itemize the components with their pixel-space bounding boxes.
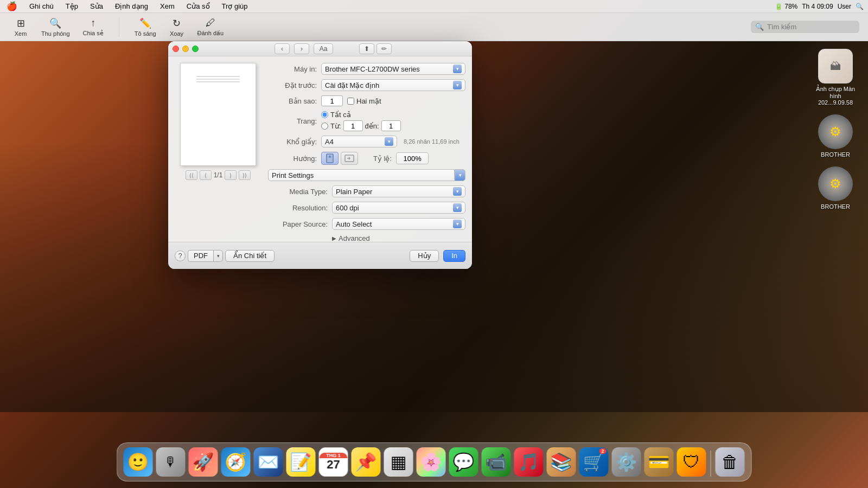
brother-cd-icon-1 [818,114,853,149]
range-inputs: Từ: đến: [330,120,401,131]
markup-icon: 🖊 [203,17,218,29]
duplex-label: Hai mặt [356,97,381,105]
toolbar-chiase-label: Chia sẻ [83,30,104,37]
dialog-forward-btn[interactable]: › [294,43,309,54]
toolbar-search[interactable]: 🔍 [751,21,859,33]
paper-source-select[interactable]: Auto Select ▾ [332,218,465,230]
copies-label: Bản sao: [268,97,317,105]
orientation-label: Hướng: [268,155,317,163]
preset-select[interactable]: Cài đặt Mặc định ▾ [321,79,465,91]
copies-input[interactable] [321,95,343,106]
printer-value: Brother MFC-L2700DW series [325,65,420,73]
dock-icon-trash[interactable]: 🗑 [716,447,745,477]
dock-icon-photos[interactable]: 🌸 [417,447,446,477]
preview-panel: ⟨⟨ ⟨ 1/1 ⟩ ⟩⟩ [175,63,261,235]
pdf-button-group: PDF ▾ [188,250,223,262]
preview-page [180,63,256,166]
prev-last-btn[interactable]: ⟩⟩ [239,170,251,180]
dialog-font-btn[interactable]: Aa [314,43,333,54]
dock-icon-stickies[interactable]: 📌 [352,447,381,477]
dock-icon-siri[interactable]: 🎙 [156,447,186,477]
prev-prev-btn[interactable]: ⟨ [200,170,212,180]
advanced-link[interactable]: ▶ Advanced [332,234,370,242]
show-details-button[interactable]: Ẩn Chi tiết [225,250,275,262]
resolution-select[interactable]: 600 dpi ▾ [332,202,465,214]
dock-icon-appstore[interactable]: 🛒 2 [579,447,609,477]
pages-to-input[interactable] [381,120,401,131]
dock-icon-freeform[interactable]: ▦ [384,447,413,477]
duplex-checkbox[interactable] [347,98,354,105]
dock-icon-facetime[interactable]: 📹 [482,447,511,477]
search-icon[interactable]: 🔍 [856,3,864,10]
dock-icon-safari[interactable]: 🧭 [221,447,251,477]
dialog-back-btn[interactable]: ‹ [275,43,290,54]
zoom-button[interactable] [192,46,199,52]
toolbar-danh-dau-label: Đánh dấu [197,30,224,37]
desktop-icon-brother1[interactable]: BROTHER [814,114,857,158]
help-button[interactable]: ? [175,251,186,261]
cancel-button[interactable]: Hủy [410,250,439,262]
paper-select[interactable]: A4 ▾ [321,136,397,147]
dock-icon-keychain[interactable]: 💳 [644,447,674,477]
dock-icon-mail[interactable]: ✉️ [254,447,283,477]
dock-icon-calendar[interactable]: THG 1 27 [319,447,348,477]
desktop: 🍎 Ghi chú Tệp Sửa Định dạng Xem Cửa sổ T… [0,0,868,488]
landscape-btn[interactable] [341,152,358,165]
brother-label-1: BROTHER [821,151,850,158]
dock-icon-messages[interactable]: 💬 [449,447,478,477]
pages-row: Trang: Tất cả Từ: đến: [268,111,465,131]
dock-separator [711,451,711,477]
media-type-arrow: ▾ [453,187,462,196]
dock-icon-norton[interactable]: 🛡 [677,447,706,477]
print-button[interactable]: In [443,250,465,262]
menubar-ghi-chu[interactable]: Ghi chú [27,2,56,10]
pdf-arrow-btn[interactable]: ▾ [213,250,223,262]
pdf-main-btn[interactable]: PDF [188,250,213,262]
scale-input[interactable]: 100% [396,152,429,164]
menubar-xem[interactable]: Xem [158,2,177,10]
dock-icon-notes[interactable]: 📝 [286,447,316,477]
printer-label: Máy in: [268,65,317,73]
menubar-cua-so[interactable]: Cửa sổ [184,2,212,10]
pages-all-radio[interactable] [321,111,328,118]
dialog-titlebar: ‹ › Aa ⬆ ✏ [168,41,472,56]
dialog-edit-btn[interactable]: ✏ [376,43,392,54]
menubar: 🍎 Ghi chú Tệp Sửa Định dạng Xem Cửa sổ T… [0,0,868,13]
desktop-icon-brother2[interactable]: BROTHER [814,166,857,210]
toolbar-rotate-btn[interactable]: ↻ Xoay [165,15,189,39]
menubar-tep[interactable]: Tệp [63,2,80,10]
dialog-share-btn[interactable]: ⬆ [359,43,374,54]
dock-icon-prefs[interactable]: ⚙️ [612,447,641,477]
dock-icon-launchpad[interactable]: 🚀 [189,447,218,477]
prev-next-btn[interactable]: ⟩ [225,170,237,180]
minimize-button[interactable] [182,46,189,52]
menubar-tro-giup[interactable]: Trợ giúp [220,2,250,10]
toolbar-highlight-btn[interactable]: ✏️ Tô sáng [130,15,161,39]
pages-from-input[interactable] [343,120,363,131]
paper-value: A4 [325,138,334,146]
prev-first-btn[interactable]: ⟨⟨ [186,170,197,180]
pages-range-radio[interactable] [321,123,328,130]
toolbar-share-btn[interactable]: ↑ Chia sẻ [79,15,108,39]
toolbar-xoay-label: Xoay [170,30,183,37]
dock-icon-finder[interactable]: 🙂 [124,447,153,477]
close-button[interactable] [173,46,179,52]
menubar-dinh-dang[interactable]: Định dạng [113,2,150,10]
toolbar-markup-btn[interactable]: 🖊 Đánh dấu [193,15,228,39]
advanced-label: Advanced [339,234,370,242]
media-type-select[interactable]: Plain Paper ▾ [332,185,465,197]
menubar-sua[interactable]: Sửa [88,2,105,10]
printer-select[interactable]: Brother MFC-L2700DW series ▾ [321,63,465,75]
footer-right: Hủy In [410,250,465,262]
search-input[interactable] [767,23,854,31]
toolbar-zoom-btn[interactable]: 🔍 Thu phóng [37,15,74,39]
toolbar-view-btn[interactable]: ⊞ Xem [9,15,33,39]
desktop-icon-screenshot[interactable]: 🏔 Ảnh chụp Mànhình 202...9.09.58 [814,49,857,106]
apple-menu[interactable]: 🍎 [4,1,20,11]
dock-icon-music[interactable]: 🎵 [514,447,544,477]
portrait-btn[interactable] [321,152,339,165]
paper-source-label: Paper Source: [268,220,328,228]
print-settings-arrow[interactable]: ▾ [455,169,465,181]
dock-icon-books[interactable]: 📚 [547,447,576,477]
print-settings-dropdown[interactable]: Print Settings [268,169,455,181]
